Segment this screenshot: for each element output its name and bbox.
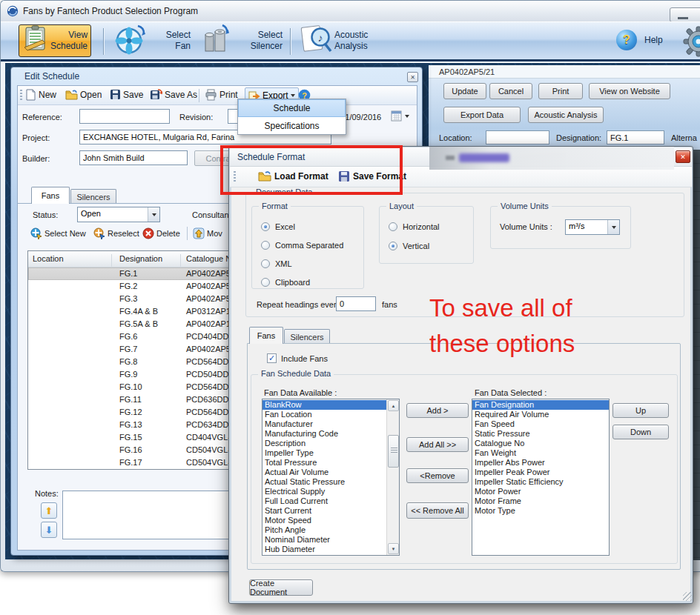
list-item[interactable]: Motor Type [472,506,609,516]
list-item[interactable]: Fan Designation [472,400,609,410]
list-item[interactable]: Impeller Peak Power [472,468,609,477]
list-item[interactable]: Fan Weight [472,448,609,458]
list-item[interactable]: Pitch Angle [262,525,386,535]
chevron-down-icon[interactable] [607,220,619,234]
reselect-button[interactable]: Reselect [93,227,139,239]
list-item[interactable]: Start Current [262,506,386,516]
remove-button[interactable]: <Remove [406,468,469,483]
list-item[interactable]: Total Pressure [262,458,386,468]
layout-radio-option[interactable]: Horizontal [380,217,473,236]
reference-input[interactable] [79,109,170,124]
list-item[interactable]: Motor Power [472,487,609,496]
open-button[interactable]: Open [65,89,102,101]
fan-data-available-listbox[interactable]: BlankRowFan LocationManufacturerManufact… [262,399,400,556]
scroll-up-icon[interactable]: ▲ [388,400,399,411]
format-radio-option[interactable]: Comma Separated [252,236,363,254]
designation-input[interactable] [607,130,664,144]
chevron-down-icon[interactable] [148,207,159,222]
move-button[interactable]: Mov [193,227,222,239]
header-location[interactable]: Location [33,254,64,263]
repeat-headings-label: Repeat headings every : [257,300,345,309]
remove-all-button[interactable]: << Remove All [406,502,469,519]
save-as-button[interactable]: Save As [150,89,197,101]
builder-input[interactable] [79,150,188,165]
list-item[interactable]: Nominal Diameter [262,535,386,545]
save-button[interactable]: Save [110,89,143,101]
list-item[interactable]: Catalogue No [472,439,609,448]
update-button[interactable]: Update [443,83,486,99]
list-item[interactable]: Full Load Current [262,496,386,506]
select-new-button[interactable]: Select New [30,227,86,239]
print-button-edit[interactable]: Print [205,89,238,101]
list-item[interactable]: Impeller Static Efficiency [472,477,609,487]
list-item[interactable]: Impeller Type [262,448,386,458]
dialog-tab-silencers[interactable]: Silencers [284,329,330,344]
close-icon[interactable]: ✕ [676,150,690,163]
up-button[interactable]: Up [612,403,669,418]
repeat-headings-input[interactable] [336,296,376,311]
tab-silencers[interactable]: Silencers [70,189,116,204]
settings-gear-icon[interactable] [683,26,700,60]
cancel-button[interactable]: Cancel [489,83,532,99]
list-item[interactable]: Description [262,439,386,448]
chevron-down-icon[interactable] [405,115,409,118]
add-all-button[interactable]: Add All >> [406,437,469,452]
list-item[interactable]: Manufacturer [262,419,386,429]
acoustic-analysis-button[interactable]: ♪ Acoustic Analysis [299,24,394,57]
list-item[interactable]: Fan Location [262,410,386,419]
help-button[interactable]: ? Help [616,30,663,50]
select-silencer-button[interactable]: Select Silencer [199,24,283,57]
date-value[interactable]: 11/09/2016 [341,113,381,122]
add-button[interactable]: Add > [406,403,469,418]
print-button[interactable]: Print [538,83,583,99]
new-button[interactable]: New [25,89,56,101]
acoustic-analysis-detail-button[interactable]: Acoustic Analysis [528,107,604,123]
layout-radio-option[interactable]: Vertical [380,236,473,256]
scrollbar-thumb[interactable] [388,435,399,468]
status-combobox[interactable]: Open [77,207,160,222]
list-item[interactable]: Motor Speed [262,516,386,525]
header-designation[interactable]: Designation [119,254,162,263]
list-item[interactable]: Static Pressure [472,429,609,439]
menu-item[interactable]: Specifications [238,117,346,135]
radio-label: Comma Separated [275,241,343,250]
tab-fans[interactable]: Fans [31,187,70,204]
down-button[interactable]: Down [612,425,669,439]
floppy-save-as-icon [150,89,162,101]
notes-move-up-button[interactable]: ⬆ [41,502,57,519]
list-item[interactable]: Manufacturing Code [262,429,386,439]
select-fan-button[interactable]: Select Fan [113,24,191,57]
location-input[interactable] [486,130,549,144]
open-label: Open [80,90,102,100]
fan-data-selected-listbox[interactable]: Fan DesignationRequired Air VolumeFan Sp… [472,399,610,556]
menu-item[interactable]: Schedule [238,99,346,117]
volume-units-combobox[interactable]: m³/s [565,219,620,235]
view-on-website-button[interactable]: View on Website [589,83,670,99]
list-item[interactable]: Actual Static Pressure [262,477,386,487]
include-fans-checkbox[interactable]: ✓ [267,353,277,363]
close-icon[interactable]: ✕ [407,72,418,82]
check-icon: ✓ [268,353,275,363]
format-radio-option[interactable]: XML [252,254,363,273]
resize-grip[interactable] [683,592,692,601]
list-item[interactable]: Electrical Supply [262,487,386,496]
list-item[interactable]: Hub Diameter [262,545,386,554]
minimize-button[interactable] [670,7,700,22]
export-data-button[interactable]: Export Data [443,107,521,123]
list-item[interactable]: Impeller Abs Power [472,458,609,468]
view-schedule-button[interactable]: View Schedule [19,24,91,57]
dialog-tab-fans[interactable]: Fans [249,327,283,344]
format-radio-option[interactable]: Excel [252,217,363,236]
list-item[interactable]: Actual Air Volume [262,468,386,477]
delete-button[interactable]: Delete [142,227,180,239]
listbox-scrollbar[interactable]: ▲ ▼ [386,399,399,555]
list-item[interactable]: Fan Speed [472,419,609,429]
list-item[interactable]: BlankRow [262,400,386,410]
scroll-down-icon[interactable]: ▼ [388,543,399,554]
list-item[interactable]: Motor Frame [472,496,609,506]
notes-move-down-button[interactable]: ⬇ [41,522,57,538]
format-radio-option[interactable]: Clipboard [252,273,363,291]
list-item[interactable]: Required Air Volume [472,410,609,419]
calendar-icon[interactable] [391,110,402,124]
create-document-button[interactable]: Create Document [249,579,313,596]
